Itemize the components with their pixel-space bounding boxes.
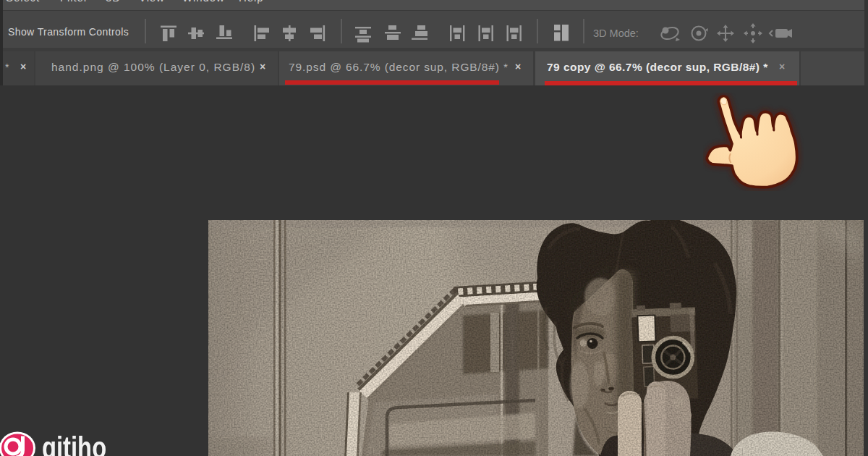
svg-text:3D Mode:: 3D Mode: [593,28,639,39]
